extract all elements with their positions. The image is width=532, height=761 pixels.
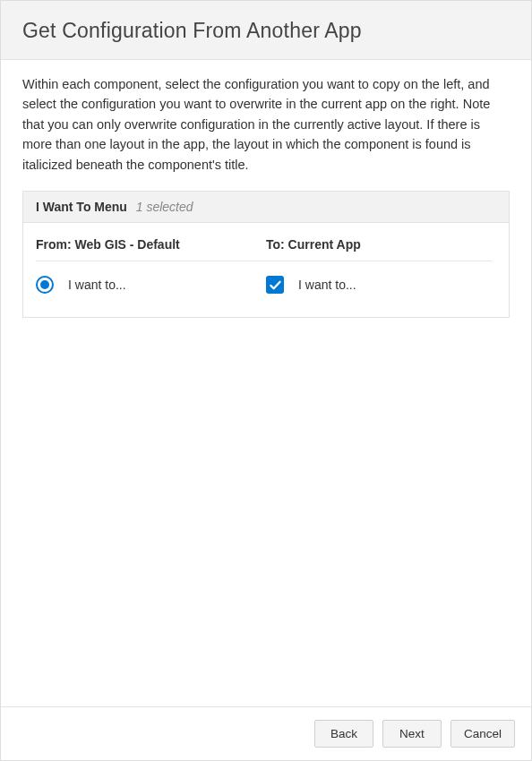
dialog-title: Get Configuration From Another App [22, 19, 510, 43]
from-column: From: Web GIS - Default I want to... [36, 237, 266, 297]
radio-selected-icon[interactable] [36, 276, 54, 294]
to-option-label: I want to... [298, 278, 356, 292]
to-column: To: Current App I want to... [266, 237, 496, 297]
from-heading: From: Web GIS - Default [36, 237, 266, 261]
from-option-label: I want to... [68, 278, 126, 292]
back-button[interactable]: Back [314, 720, 373, 748]
description-text: Within each component, select the config… [22, 74, 510, 175]
panel-body: From: Web GIS - Default I want to... To:… [23, 223, 509, 317]
cancel-button[interactable]: Cancel [450, 720, 515, 748]
panel-title: I Want To Menu [36, 200, 127, 214]
dialog-footer: Back Next Cancel [1, 706, 531, 760]
panel-selected-count: 1 selected [136, 200, 193, 214]
next-button[interactable]: Next [382, 720, 442, 748]
from-option-row[interactable]: I want to... [36, 276, 266, 297]
dialog-header: Get Configuration From Another App [1, 1, 531, 60]
component-panel: I Want To Menu 1 selected From: Web GIS … [22, 191, 510, 318]
to-option-row[interactable]: I want to... [266, 276, 496, 297]
to-heading: To: Current App [266, 237, 493, 261]
dialog-content: Within each component, select the config… [1, 60, 531, 706]
panel-header: I Want To Menu 1 selected [23, 192, 509, 223]
checkbox-checked-icon[interactable] [266, 276, 284, 294]
